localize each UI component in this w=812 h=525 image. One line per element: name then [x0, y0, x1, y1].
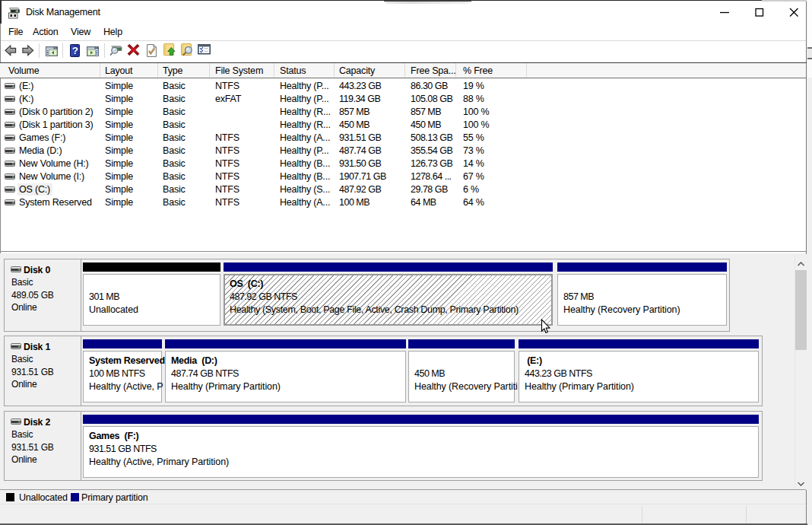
svg-text:?: ? — [72, 45, 78, 56]
